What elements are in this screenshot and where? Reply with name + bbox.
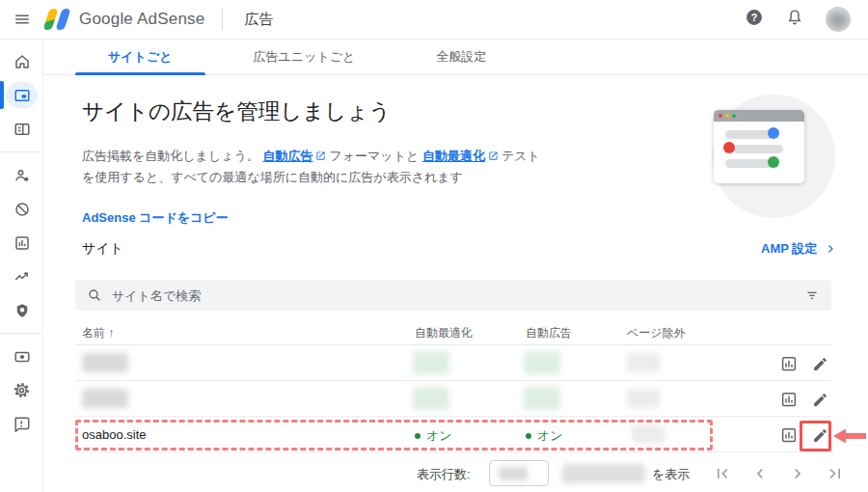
- last-page-icon: [830, 469, 840, 478]
- pencil-icon: [812, 356, 828, 372]
- bar-chart-icon: [780, 391, 798, 408]
- menu-icon[interactable]: [0, 11, 44, 28]
- pagination-controls: [712, 463, 846, 484]
- next-page-button[interactable]: [787, 463, 808, 484]
- status-dot-icon: [526, 433, 531, 439]
- sidebar-item-payments[interactable]: [0, 340, 43, 373]
- rows-per-page-select[interactable]: [489, 460, 549, 486]
- policy-shield-icon: [14, 302, 31, 319]
- tab-per-site[interactable]: サイトごと: [68, 40, 213, 74]
- reports-icon: [14, 234, 31, 252]
- sites-section-title: サイト: [82, 240, 123, 258]
- sidebar-item-settings[interactable]: [0, 373, 43, 407]
- help-icon[interactable]: ?: [745, 8, 764, 31]
- illustration-blue-knob: [768, 127, 779, 139]
- ads-icon: [14, 87, 31, 104]
- copy-adsense-code-button[interactable]: AdSense コードをコピー: [82, 209, 229, 227]
- redacted-auto-ads-status: [524, 387, 560, 410]
- table-row-osaboo-site[interactable]: osaboo.site オン オン: [75, 417, 831, 452]
- sidebar-item-home[interactable]: [0, 44, 43, 78]
- redacted-site-name: [82, 353, 128, 372]
- sites-person-icon: [14, 167, 31, 184]
- browser-illustration: [712, 95, 835, 218]
- redacted-range-text: [562, 464, 645, 483]
- sidebar-item-policy-center[interactable]: [0, 293, 43, 327]
- pencil-icon: [812, 427, 828, 444]
- redacted-page-exclusions: [627, 353, 660, 372]
- home-icon: [16, 56, 28, 68]
- window-dot-yellow: [725, 114, 729, 118]
- account-avatar[interactable]: [826, 7, 851, 32]
- row-report-button[interactable]: [779, 425, 799, 445]
- sidebar-item-ads-active[interactable]: [0, 78, 43, 112]
- column-header-page-exclusions[interactable]: ページ除外: [627, 325, 686, 342]
- last-page-button[interactable]: [825, 463, 846, 484]
- row-report-button[interactable]: [779, 354, 799, 373]
- top-app-bar: Google AdSense 広告 ?: [0, 0, 868, 40]
- amp-settings-link[interactable]: AMP 設定: [761, 240, 836, 258]
- first-page-icon: [718, 469, 727, 478]
- column-header-auto-ads[interactable]: 自動広告: [526, 325, 572, 342]
- sidebar-item-reports[interactable]: [0, 226, 43, 260]
- tab-global-settings[interactable]: 全般設定: [395, 40, 527, 74]
- chevron-right-icon: [795, 469, 800, 478]
- column-header-name[interactable]: 名前 ↑: [82, 325, 114, 342]
- chevron-left-icon: [757, 469, 763, 478]
- illustration-browser-card: [714, 110, 804, 183]
- hero-description: 広告掲載を自動化しましょう。 自動広告フォーマットと 自動最適化テストを使用する…: [82, 146, 543, 187]
- filter-icon[interactable]: [804, 287, 820, 303]
- redacted-site-name: [82, 389, 128, 408]
- site-name: osaboo.site: [82, 427, 147, 442]
- column-header-auto-optimize[interactable]: 自動最適化: [415, 325, 473, 342]
- sidebar-divider: [0, 151, 42, 152]
- sidebar-divider: [0, 333, 42, 334]
- redacted-auto-optimize-status: [413, 387, 449, 410]
- sidebar-item-blocking-controls[interactable]: [0, 192, 43, 226]
- auto-optimize-link[interactable]: 自動最適化: [422, 149, 485, 163]
- ad-units-icon: [14, 121, 31, 138]
- trending-up-icon: [14, 268, 31, 286]
- auto-ads-status: オン: [526, 427, 563, 445]
- first-page-button[interactable]: [712, 463, 733, 484]
- illustration-red-knob: [723, 142, 735, 153]
- payments-icon: [14, 348, 31, 366]
- display-suffix-label: を表示: [652, 466, 690, 483]
- previous-page-button[interactable]: [749, 463, 771, 484]
- illustration-green-knob: [768, 156, 779, 168]
- open-in-new-icon: [315, 147, 326, 167]
- table-row[interactable]: [75, 381, 831, 417]
- auto-optimize-status: オン: [415, 427, 452, 445]
- chevron-right-icon: [825, 243, 836, 255]
- sidebar-item-optimization[interactable]: [0, 260, 43, 293]
- row-edit-button[interactable]: [810, 354, 829, 373]
- tab-per-ad-unit[interactable]: 広告ユニットごと: [213, 40, 396, 74]
- left-navigation-rail: [0, 40, 43, 492]
- notifications-icon[interactable]: [785, 8, 804, 31]
- redacted-page-exclusions: [632, 424, 665, 444]
- header-divider: [222, 9, 223, 30]
- annotation-arrow-icon: [833, 427, 866, 445]
- redacted-auto-optimize-status: [413, 351, 449, 374]
- auto-ads-link[interactable]: 自動広告: [262, 149, 312, 163]
- table-row[interactable]: [75, 345, 831, 381]
- hero-intro-text: 広告掲載を自動化しましょう。: [82, 149, 259, 163]
- page-title: 広告: [244, 11, 273, 29]
- bar-chart-icon: [780, 355, 798, 372]
- row-report-button[interactable]: [779, 390, 799, 409]
- redacted-rows-value: [499, 467, 528, 480]
- feedback-icon: [14, 416, 31, 433]
- redacted-auto-ads-status: [524, 351, 560, 374]
- sidebar-item-ad-units[interactable]: [0, 112, 43, 146]
- amp-settings-label: AMP 設定: [761, 240, 817, 258]
- sidebar-item-feedback[interactable]: [0, 407, 43, 441]
- row-edit-button[interactable]: [810, 390, 829, 409]
- status-dot-icon: [415, 433, 420, 439]
- sidebar-item-sites[interactable]: [0, 158, 43, 192]
- site-search-input[interactable]: [112, 288, 804, 303]
- block-icon: [14, 201, 31, 218]
- rows-per-page-label: 表示行数:: [417, 466, 471, 483]
- settings-gear-icon: [13, 381, 31, 399]
- adsense-logo-icon[interactable]: [46, 9, 68, 30]
- row-edit-button[interactable]: [810, 425, 829, 445]
- sort-up-icon: ↑: [108, 326, 114, 340]
